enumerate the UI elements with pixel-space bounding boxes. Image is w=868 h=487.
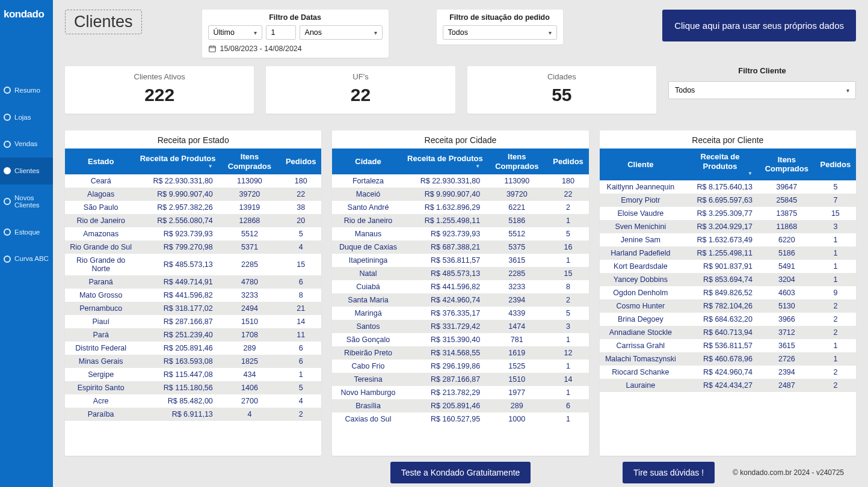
cell: R$ 6.695.597,63 bbox=[682, 194, 759, 207]
table-row[interactable]: Duque de CaxiasR$ 687.388,21537516 bbox=[332, 240, 588, 254]
table-row[interactable]: ManausR$ 923.739,9355125 bbox=[332, 227, 588, 240]
col-header[interactable]: Receita de Produtos▼ bbox=[137, 149, 218, 174]
table-row[interactable]: PiauíR$ 287.166,87151014 bbox=[65, 315, 321, 328]
cell: 1977 bbox=[486, 386, 547, 399]
cell: 1 bbox=[815, 339, 856, 352]
col-header[interactable]: Itens Comprados bbox=[219, 149, 280, 174]
table-row[interactable]: PernambucoR$ 318.177,02249421 bbox=[65, 302, 321, 315]
sidebar-item-curva-abc[interactable]: Curva ABC bbox=[0, 245, 53, 272]
cell: 3 bbox=[815, 220, 856, 233]
cell: Pará bbox=[65, 328, 137, 342]
table-row[interactable]: Yancey DobbinsR$ 853.694,7432041 bbox=[600, 273, 856, 286]
table-row[interactable]: MaringáR$ 376.335,1743395 bbox=[332, 307, 588, 320]
cell: Harland Padefield bbox=[600, 247, 682, 260]
table-row[interactable]: Eloise VaudreR$ 3.295.309,771387515 bbox=[600, 207, 856, 220]
cell: Santa Maria bbox=[332, 293, 404, 307]
col-header[interactable]: Receita de Produtos▼ bbox=[682, 149, 759, 180]
table-row[interactable]: AmazonasR$ 923.739,9355125 bbox=[65, 227, 321, 240]
table-row[interactable]: Rio de JaneiroR$ 2.556.080,741286820 bbox=[65, 214, 321, 227]
table-row[interactable]: Harland PadefieldR$ 1.255.498,1151861 bbox=[600, 247, 856, 260]
cell: 1510 bbox=[219, 315, 280, 328]
table-row[interactable]: CuiabáR$ 441.596,8232338 bbox=[332, 280, 588, 293]
table-scroll[interactable]: EstadoReceita de Produtos▼Itens Comprado… bbox=[65, 149, 321, 456]
table-row[interactable]: Cabo FrioR$ 296.199,8615251 bbox=[332, 360, 588, 373]
table-row[interactable]: Carrissa GrahlR$ 536.811,5736151 bbox=[600, 339, 856, 352]
sidebar-item-lojas[interactable]: Lojas bbox=[0, 104, 53, 131]
table-row[interactable]: Annadiane StockleR$ 640.713,9437122 bbox=[600, 326, 856, 339]
sidebar-item-novos-clientes[interactable]: Novos Clientes bbox=[0, 185, 53, 219]
col-header[interactable]: Pedidos bbox=[280, 149, 321, 174]
table-row[interactable]: Jenine SamR$ 1.632.673,4962201 bbox=[600, 233, 856, 247]
table-row[interactable]: SantosR$ 331.729,4214743 bbox=[332, 320, 588, 333]
cell: 2394 bbox=[486, 293, 547, 307]
cell: 11868 bbox=[759, 220, 815, 233]
table-row[interactable]: Riocard SchankeR$ 424.960,7423942 bbox=[600, 366, 856, 379]
table-row[interactable]: LauraineR$ 424.434,2724872 bbox=[600, 379, 856, 392]
table-row[interactable]: SergipeR$ 115.447,084341 bbox=[65, 368, 321, 381]
sidebar-item-resumo[interactable]: Resumo bbox=[0, 77, 53, 104]
table-scroll[interactable]: ClienteReceita de Produtos▼Itens Comprad… bbox=[600, 149, 856, 456]
table-row[interactable]: Rio Grande do NorteR$ 485.573,13228515 bbox=[65, 254, 321, 275]
table-row[interactable]: FortalezaR$ 22.930.331,80113090180 bbox=[332, 174, 588, 188]
sidebar-item-clientes[interactable]: Clientes bbox=[0, 158, 53, 185]
table-row[interactable]: Brina DegoeyR$ 684.632,2039662 bbox=[600, 313, 856, 326]
date-qty-input[interactable]: 1 bbox=[266, 25, 296, 40]
client-filter-select[interactable]: Todos ▾ bbox=[668, 81, 856, 99]
col-header[interactable]: Pedidos bbox=[547, 149, 588, 174]
cell: Distrito Federal bbox=[65, 342, 137, 355]
status-filter-select[interactable]: Todos ▾ bbox=[443, 25, 557, 40]
col-header[interactable]: Estado bbox=[65, 149, 137, 174]
table-row[interactable]: Kort BeardsdaleR$ 901.837,9154911 bbox=[600, 260, 856, 273]
table-row[interactable]: AlagoasR$ 9.990.907,403972022 bbox=[65, 188, 321, 201]
table-row[interactable]: Rio Grande do SulR$ 799.270,9853714 bbox=[65, 240, 321, 254]
table-row[interactable]: CearáR$ 22.930.331,80113090180 bbox=[65, 174, 321, 188]
table-row[interactable]: Caxias do SulR$ 160.527,9510001 bbox=[332, 412, 588, 426]
table-row[interactable]: Kaitlynn JeannequinR$ 8.175.640,13396475 bbox=[600, 180, 856, 194]
table-row[interactable]: Minas GeraisR$ 163.593,0818256 bbox=[65, 355, 321, 368]
col-header[interactable]: Cidade bbox=[332, 149, 404, 174]
table-row[interactable]: Emory PiotrR$ 6.695.597,63258457 bbox=[600, 194, 856, 207]
questions-button[interactable]: Tire suas dúvidas ! bbox=[623, 462, 715, 483]
col-header[interactable]: Itens Comprados bbox=[759, 149, 815, 180]
table-row[interactable]: Distrito FederalR$ 205.891,462896 bbox=[65, 342, 321, 355]
cell: 289 bbox=[486, 399, 547, 412]
table-row[interactable]: Ribeirão PretoR$ 314.568,55161912 bbox=[332, 346, 588, 360]
test-kondado-button[interactable]: Teste a Kondado Gratuitamente bbox=[390, 462, 531, 483]
col-header[interactable]: Pedidos bbox=[815, 149, 856, 180]
cell: Ceará bbox=[65, 174, 137, 188]
sidebar-item-vendas[interactable]: Vendas bbox=[0, 130, 53, 158]
table-row[interactable]: AcreR$ 85.482,0027004 bbox=[65, 394, 321, 408]
table-row[interactable]: BrasíliaR$ 205.891,462896 bbox=[332, 399, 588, 412]
table-row[interactable]: Malachi TomaszynskiR$ 460.678,9627261 bbox=[600, 352, 856, 366]
cell: 1619 bbox=[486, 346, 547, 360]
table-row[interactable]: Rio de JaneiroR$ 1.255.498,1151861 bbox=[332, 214, 588, 227]
col-header[interactable]: Cliente bbox=[600, 149, 682, 180]
cta-own-data-button[interactable]: Clique aqui para usar seus próprios dado… bbox=[662, 10, 856, 41]
cell: Eloise Vaudre bbox=[600, 207, 682, 220]
table-row[interactable]: São PauloR$ 2.957.382,261391938 bbox=[65, 201, 321, 214]
table-row[interactable]: Espirito SantoR$ 115.180,5614065 bbox=[65, 381, 321, 394]
table-row[interactable]: Novo HamburgoR$ 213.782,2919771 bbox=[332, 386, 588, 399]
table-row[interactable]: Cosmo HunterR$ 782.104,2651302 bbox=[600, 299, 856, 313]
col-header[interactable]: Itens Comprados bbox=[486, 149, 547, 174]
table-row[interactable]: NatalR$ 485.573,13228515 bbox=[332, 267, 588, 280]
cell: 3966 bbox=[759, 313, 815, 326]
date-unit-select[interactable]: Anos ▾ bbox=[300, 25, 383, 40]
table-row[interactable]: MaceióR$ 9.990.907,403972022 bbox=[332, 188, 588, 201]
table-row[interactable]: ParaíbaR$ 6.911,1342 bbox=[65, 408, 321, 421]
table-row[interactable]: TeresinaR$ 287.166,87151014 bbox=[332, 373, 588, 386]
col-header[interactable]: Receita de Produtos▼ bbox=[404, 149, 486, 174]
table-row[interactable]: ItapetiningaR$ 536.811,5736151 bbox=[332, 254, 588, 267]
cell: 2487 bbox=[759, 379, 815, 392]
table-row[interactable]: ParáR$ 251.239,40170811 bbox=[65, 328, 321, 342]
table-row[interactable]: Mato GrossoR$ 441.596,8232338 bbox=[65, 289, 321, 302]
table-row[interactable]: ParanáR$ 449.714,9147806 bbox=[65, 275, 321, 289]
table-row[interactable]: Santa MariaR$ 424.960,7423942 bbox=[332, 293, 588, 307]
table-scroll[interactable]: CidadeReceita de Produtos▼Itens Comprado… bbox=[332, 149, 588, 456]
table-row[interactable]: Sven MenichiniR$ 3.204.929,17118683 bbox=[600, 220, 856, 233]
date-relative-select[interactable]: Último ▾ bbox=[208, 25, 262, 40]
table-row[interactable]: São GonçaloR$ 315.390,407811 bbox=[332, 333, 588, 346]
sidebar-item-estoque[interactable]: Estoque bbox=[0, 219, 53, 246]
table-row[interactable]: Ogdon DenholmR$ 849.826,5246039 bbox=[600, 286, 856, 299]
table-row[interactable]: Santo AndréR$ 1.632.896,2962212 bbox=[332, 201, 588, 214]
